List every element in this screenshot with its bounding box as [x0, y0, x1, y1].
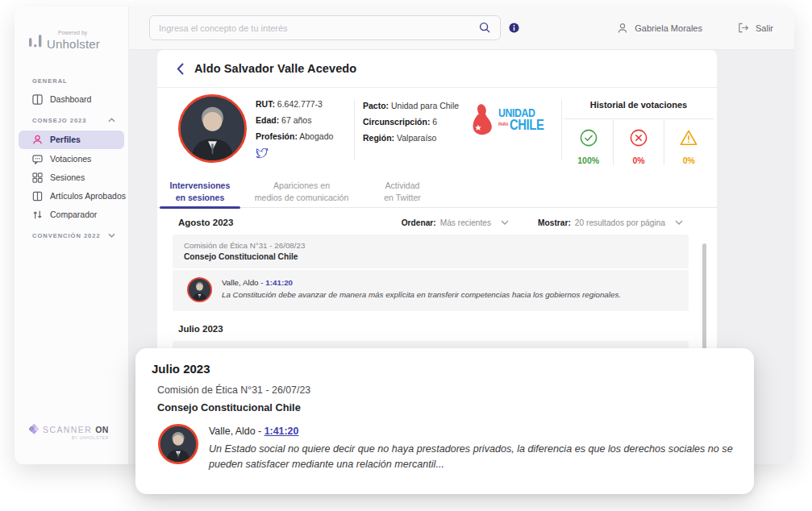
back-button[interactable] [177, 63, 184, 75]
cross-circle-icon [630, 129, 648, 147]
search-input[interactable] [159, 23, 473, 33]
voting-history-panel: Historial de votaciones 100% [564, 93, 714, 165]
sidebar-item-label: Comparador [50, 210, 97, 219]
scanneron-diamond-icon [29, 424, 40, 434]
user-name: Gabriela Morales [635, 23, 702, 33]
unidad-para-chile-logo: UNIDAD PARA CHILE [471, 102, 554, 136]
grid-icon [32, 172, 43, 183]
chevron-up-icon [108, 118, 115, 123]
unholster-logo-icon [29, 35, 43, 50]
sidebar-item-perfiles[interactable]: Perfiles [19, 131, 124, 149]
twitter-icon[interactable] [256, 148, 269, 160]
vote-approve: 100% [564, 119, 613, 165]
voting-history-title: Historial de votaciones [564, 93, 714, 119]
section-convencion-2022[interactable]: CONVENCIÓN 2022 [15, 224, 128, 245]
warning-triangle-icon [680, 129, 697, 147]
profile-summary: RUT: 6.642.777-3 Edad: 67 años Profesión… [157, 88, 717, 168]
month-header-agosto: Agosto 2023 [178, 218, 233, 227]
pacto-logo-word3: CHILE [510, 118, 543, 132]
chevron-down-icon [675, 220, 683, 225]
session-row[interactable]: Comisión de Ética N°31 - 26/08/23 Consej… [173, 235, 689, 268]
page-title: Aldo Salvador Valle Acevedo [194, 62, 356, 75]
magnified-session-popup[interactable]: Julio 2023 Comisión de Ética N°31 - 26/0… [135, 348, 754, 494]
powered-by-label: Powered by [58, 31, 100, 36]
unidad-emblem-icon [471, 102, 495, 136]
profile-fields-right: Pacto: Unidad para Chile Circunscripción… [363, 101, 459, 149]
dashboard-icon [32, 94, 43, 105]
unholster-logo: Powered by Unholster [29, 31, 128, 50]
sidebar-item-label: Artículos Aprobados [50, 191, 126, 201]
tab-apariciones[interactable]: Apariciones en medios de comunicación [250, 176, 353, 207]
vote-abstain-value: 0% [683, 156, 695, 165]
sidebar-item-dashboard[interactable]: Dashboard [15, 90, 128, 109]
brand-name: Unholster [47, 38, 100, 50]
info-icon[interactable] [509, 23, 519, 33]
profesion-field: Profesión: Abogado [256, 131, 333, 141]
sidebar: Powered by Unholster GENERAL Dashboard C… [15, 6, 129, 464]
profile-avatar [178, 94, 247, 163]
check-circle-icon [580, 129, 598, 147]
chevron-left-icon [177, 63, 184, 75]
scanneron-logo: SCANNERON BY UNHOLSTER [29, 424, 109, 440]
circunscripcion-field: Circunscripción: 6 [363, 117, 459, 127]
popup-intervention: Valle, Aldo - 1:41:20 Un Estado social n… [158, 424, 733, 472]
user-menu[interactable]: Gabriela Morales [617, 23, 702, 34]
sort-dropdown[interactable]: Ordenar: Más recientes [402, 218, 509, 227]
vote-abstain: 0% [664, 119, 714, 165]
chevron-down-icon [501, 220, 509, 225]
divider [354, 99, 355, 160]
popup-meeting: Comisión de Ética N°31 - 26/07/23 [157, 384, 733, 396]
tab-intervenciones[interactable]: Intervensiones en sesiones [160, 176, 240, 207]
popup-month: Julio 2023 [152, 362, 733, 376]
vote-reject: 0% [613, 119, 663, 165]
tab-twitter[interactable]: Actividad en Twitter [377, 176, 427, 207]
intervention-quote: La Constitución debe avanzar de manera m… [222, 290, 621, 299]
search-bar[interactable] [149, 15, 501, 40]
popup-quote: Un Estado social no quiere decir que no … [209, 442, 733, 472]
pacto-field: Pacto: Unidad para Chile [363, 101, 459, 110]
pacto-logo-word2: PARA [498, 123, 508, 127]
profile-header: Aldo Salvador Valle Acevedo [157, 50, 717, 88]
scanner-label: SCANNER [43, 425, 92, 434]
profile-fields-left: RUT: 6.642.777-3 Edad: 67 años Profesión… [256, 99, 333, 160]
comment-icon [32, 154, 43, 164]
book-icon [32, 191, 43, 201]
sidebar-item-label: Votaciones [50, 154, 91, 164]
sidebar-item-label: Dashboard [50, 94, 91, 104]
section-consejo-2023[interactable]: CONSEJO 2023 [15, 109, 128, 130]
sidebar-item-sesiones[interactable]: Sesiones [15, 168, 128, 187]
sidebar-item-label: Perfiles [50, 135, 81, 144]
rut-field: RUT: 6.642.777-3 [256, 99, 333, 109]
edad-field: Edad: 67 años [256, 115, 333, 125]
by-unholster-label: BY UNHOLSTER [29, 435, 109, 440]
month-header-julio: Julio 2023 [178, 324, 717, 334]
page-size-dropdown[interactable]: Mostrar: 20 resultados por página [538, 218, 683, 227]
logout-button[interactable]: Salir [738, 23, 773, 33]
vote-approve-value: 100% [577, 156, 599, 165]
logout-label: Salir [756, 23, 773, 33]
vote-reject-value: 0% [632, 156, 644, 165]
compare-arrows-icon [32, 210, 43, 220]
section-general: GENERAL [15, 69, 128, 90]
sidebar-nav: GENERAL Dashboard CONSEJO 2023 [15, 69, 128, 245]
sidebar-item-comparador[interactable]: Comparador [15, 206, 128, 224]
timestamp-link[interactable]: 1:41:20 [264, 426, 299, 437]
intervention-row[interactable]: Valle, Aldo - 1:41:20 La Constitución de… [173, 270, 689, 311]
screen: Powered by Unholster GENERAL Dashboard C… [0, 0, 812, 511]
divider [561, 99, 562, 160]
region-field: Región: Valparaíso [363, 133, 459, 143]
scanner-on-label: ON [95, 425, 109, 434]
chevron-down-icon [108, 233, 115, 238]
speaker-avatar [187, 277, 212, 302]
sidebar-item-votaciones[interactable]: Votaciones [15, 150, 128, 168]
person-icon [32, 135, 43, 145]
timestamp-link[interactable]: 1:41:20 [265, 278, 293, 287]
popup-speaker-line: Valle, Aldo - 1:41:20 [209, 426, 733, 437]
profile-tabs: Intervensiones en sesiones Apariciones e… [157, 176, 717, 208]
sidebar-item-articulos[interactable]: Artículos Aprobados [15, 187, 128, 206]
search-icon[interactable] [479, 22, 491, 34]
sidebar-item-label: Sesiones [50, 172, 85, 182]
user-icon [617, 23, 628, 34]
speaker-avatar [158, 424, 198, 464]
topbar: Gabriela Morales Salir [129, 6, 794, 50]
